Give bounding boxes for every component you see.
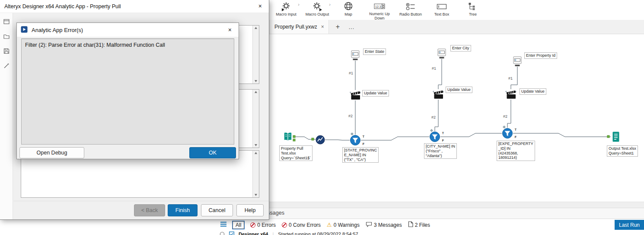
wand-icon[interactable] bbox=[3, 62, 10, 71]
tab-title: Property Pull.yxwz bbox=[274, 24, 317, 30]
messages-count: 3 Messages bbox=[374, 222, 402, 228]
true-anchor[interactable]: T bbox=[442, 132, 444, 135]
folder-icon[interactable] bbox=[3, 33, 10, 42]
output-data-tool[interactable] bbox=[611, 131, 621, 144]
annotation-update-value[interactable]: Update Value bbox=[446, 87, 472, 93]
conv-error-icon bbox=[282, 222, 287, 228]
tab-overflow-button[interactable]: … bbox=[348, 23, 355, 30]
palette-tool-map[interactable]: Map bbox=[333, 0, 364, 20]
conv-errors-filter-button[interactable]: 0 Conv Errors bbox=[282, 222, 321, 228]
tree-icon bbox=[468, 1, 478, 12]
error-message-box[interactable]: Filter (2): Parse Error at char(31): Mal… bbox=[21, 39, 234, 145]
scroll-down-icon[interactable] bbox=[255, 194, 257, 196]
palette-tool-macro-input[interactable]: Macro Input › bbox=[271, 0, 302, 20]
errors-count: 0 Errors bbox=[257, 222, 276, 228]
false-anchor[interactable]: F bbox=[363, 142, 364, 145]
scroll-up-icon[interactable] bbox=[255, 152, 257, 154]
palette-label: Macro Input bbox=[276, 12, 296, 16]
ok-button[interactable]: OK bbox=[189, 147, 236, 158]
last-run-button[interactable]: Last Run bbox=[615, 220, 644, 230]
palette-label: Macro Output bbox=[306, 12, 329, 16]
filter-all-button[interactable]: All bbox=[233, 221, 244, 229]
divider bbox=[13, 201, 269, 201]
annotation-enter-property-id[interactable]: Enter Property Id bbox=[524, 52, 557, 59]
chevron-right-icon[interactable]: › bbox=[329, 2, 331, 7]
run-source-label: Designer x64 bbox=[239, 232, 268, 235]
close-icon[interactable]: × bbox=[258, 3, 262, 10]
palette-label: Radio Button bbox=[399, 12, 422, 16]
open-debug-button[interactable]: Open Debug bbox=[19, 147, 84, 158]
scrollbar[interactable] bbox=[252, 90, 259, 148]
warning-icon: ⚠ bbox=[327, 222, 332, 228]
textbox-tool-city[interactable] bbox=[437, 48, 446, 61]
annotation-enter-city[interactable]: Enter City bbox=[450, 45, 471, 52]
scroll-up-icon[interactable] bbox=[255, 27, 257, 29]
textbox-tool-property-id[interactable] bbox=[513, 56, 522, 68]
filter-tool-state[interactable]: T F bbox=[350, 135, 361, 146]
connection-label: #2 bbox=[348, 114, 353, 118]
cancel-button[interactable]: Cancel bbox=[201, 204, 233, 216]
messages-filter-button[interactable]: 3 Messages bbox=[366, 222, 402, 229]
annotation-input-data[interactable]: Property Pull Test.xlsx Query=`Sheet1$` bbox=[279, 145, 312, 161]
filter-tool-property-id[interactable]: T F bbox=[502, 128, 513, 139]
run-status-text: Started running at 08/29/2022 8:54:57 bbox=[278, 232, 358, 235]
true-anchor[interactable]: T bbox=[363, 135, 364, 138]
help-button[interactable]: Help bbox=[236, 204, 264, 216]
errors-filter-button[interactable]: 0 Errors bbox=[250, 222, 276, 228]
palette-label: Tree bbox=[469, 12, 477, 16]
tab-property-pull[interactable]: Property Pull.yxwz × bbox=[270, 20, 329, 34]
annotation-filter-property-id[interactable]: [EXPE_PROPERTY _ID] IN (42435368, 180912… bbox=[497, 141, 535, 161]
true-anchor[interactable]: T bbox=[515, 128, 516, 131]
palette-tool-text-box[interactable]: Text Box bbox=[426, 0, 457, 20]
message-bubble-icon bbox=[366, 222, 372, 229]
warnings-filter-button[interactable]: ⚠ 0 Warnings bbox=[327, 222, 360, 228]
scroll-down-icon[interactable] bbox=[255, 80, 257, 82]
chevron-right-icon[interactable]: › bbox=[298, 2, 300, 7]
annotation-filter-state[interactable]: [STATE_PROVINC E_NAME] IN ("TX" , "CA") bbox=[342, 147, 379, 163]
radio-button-icon bbox=[405, 1, 416, 12]
scroll-up-icon[interactable] bbox=[255, 91, 257, 93]
textbox-tool-state[interactable] bbox=[351, 50, 360, 62]
false-anchor[interactable]: F bbox=[515, 135, 516, 138]
annotation-enter-state[interactable]: Enter State bbox=[363, 48, 386, 55]
save-icon[interactable] bbox=[3, 48, 10, 56]
action-tool-property-id[interactable] bbox=[505, 89, 516, 101]
browse-tool[interactable] bbox=[316, 135, 325, 146]
status-bar: All 0 Errors 0 Conv Errors ⚠ 0 Warnings bbox=[0, 219, 644, 231]
error-dialog-title-bar[interactable]: Analytic App Error(s) bbox=[17, 23, 239, 37]
files-filter-button[interactable]: 2 Files bbox=[408, 221, 430, 229]
annotation-update-value[interactable]: Update Value bbox=[362, 90, 389, 97]
error-dialog-title: Analytic App Error(s) bbox=[32, 27, 83, 33]
palette-tool-numeric-up-down[interactable]: 12.3 Numeric Up Down bbox=[364, 0, 395, 20]
new-tab-button[interactable]: + bbox=[336, 23, 340, 31]
action-tool-city[interactable] bbox=[433, 89, 444, 101]
back-button[interactable]: < Back bbox=[134, 204, 165, 216]
palette-tool-radio-button[interactable]: Radio Button bbox=[395, 0, 426, 20]
checkbox-icon[interactable] bbox=[229, 232, 234, 235]
scrollbar[interactable] bbox=[252, 26, 259, 84]
palette-tool-macro-output[interactable]: Macro Output › bbox=[302, 0, 333, 20]
dialog-title-bar[interactable]: Alteryx Designer x64 Analytic App - Prop… bbox=[0, 0, 269, 13]
connection-label: #2 bbox=[431, 115, 436, 119]
window-icon[interactable] bbox=[3, 18, 10, 27]
error-icon bbox=[250, 222, 255, 228]
close-icon[interactable]: × bbox=[228, 26, 232, 33]
annotation-output-data[interactable]: Output Test.xlsx Query=Sheet1 bbox=[607, 145, 638, 157]
macro-output-icon bbox=[312, 1, 322, 12]
filter-tool-city[interactable]: T F bbox=[429, 131, 440, 142]
finish-button[interactable]: Finish bbox=[168, 204, 198, 216]
input-data-tool[interactable] bbox=[283, 131, 293, 144]
message-list-icon[interactable] bbox=[220, 222, 226, 228]
palette-label: Numeric Up Down bbox=[366, 12, 393, 21]
text-box-icon bbox=[437, 1, 447, 12]
palette-tool-tree[interactable]: Tree bbox=[457, 0, 488, 20]
file-icon bbox=[408, 221, 413, 229]
tab-close-icon[interactable]: × bbox=[321, 24, 324, 30]
annotation-update-value[interactable]: Update Value bbox=[520, 88, 546, 95]
scroll-down-icon[interactable] bbox=[255, 144, 257, 146]
false-anchor[interactable]: F bbox=[442, 139, 444, 142]
annotation-filter-city[interactable]: [CITY_NAME] IN ("Frisco" , "Atlanta") bbox=[424, 143, 457, 159]
action-tool-state[interactable] bbox=[350, 90, 361, 102]
scrollbar[interactable] bbox=[252, 151, 259, 197]
macro-input-icon bbox=[281, 1, 291, 12]
